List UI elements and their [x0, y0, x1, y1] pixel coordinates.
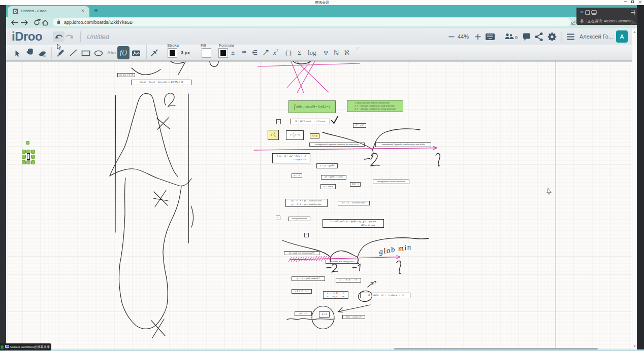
- svg-text:glob min: glob min: [378, 242, 412, 256]
- svg-text:0: 0: [515, 35, 518, 40]
